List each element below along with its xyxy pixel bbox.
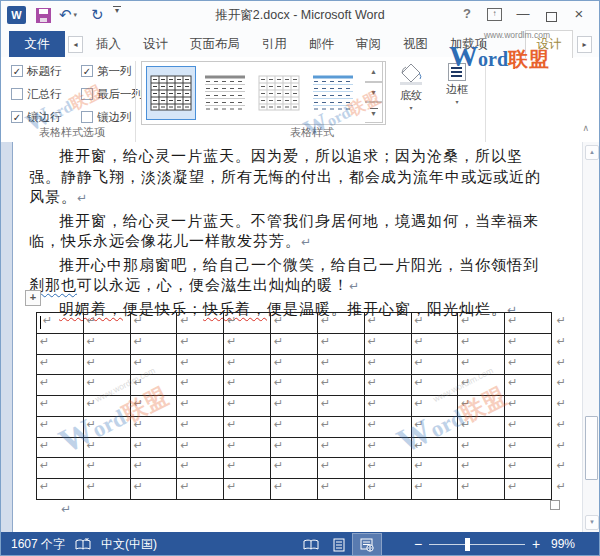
checkbox-first-column[interactable]: ✓ 第一列 xyxy=(81,64,143,78)
table-cell[interactable]: ↵ xyxy=(37,396,84,417)
table-cell[interactable]: ↵ xyxy=(271,355,318,376)
web-layout-button-active[interactable] xyxy=(353,534,381,555)
collapse-ribbon-button[interactable]: ∧ xyxy=(582,123,589,133)
table-cell[interactable]: ↵ xyxy=(505,313,552,334)
tab-scroll-left-button[interactable]: ◂ xyxy=(68,36,83,53)
table-cell[interactable]: ↵ xyxy=(84,355,131,376)
table-cell[interactable]: ↵ xyxy=(84,438,131,459)
table-cell[interactable]: ↵ xyxy=(318,438,365,459)
ribbon-display-options-button[interactable]: ↑ xyxy=(487,8,502,21)
table-cell[interactable]: ↵ xyxy=(131,479,178,500)
table-cell[interactable]: ↵ xyxy=(224,438,271,459)
print-layout-button[interactable] xyxy=(325,534,353,555)
checkbox-banded-columns[interactable]: 镶边列 xyxy=(81,110,143,124)
checkbox-last-column[interactable]: 最后一列 xyxy=(81,87,143,101)
table-cell[interactable]: ↵ xyxy=(224,334,271,355)
tab-mailings[interactable]: 邮件 xyxy=(298,31,345,57)
table-cell[interactable]: ↵ xyxy=(365,417,412,438)
table-cell[interactable]: ↵ xyxy=(365,438,412,459)
restore-button[interactable] xyxy=(541,9,561,27)
table-cell[interactable]: ↵ xyxy=(271,313,318,334)
table-cell[interactable]: ↵ xyxy=(412,355,459,376)
table-cell[interactable]: ↵ xyxy=(131,396,178,417)
table-cell[interactable]: ↵ xyxy=(318,458,365,479)
table-style-thumbnail-selected[interactable] xyxy=(146,66,196,120)
table-cell[interactable]: ↵ xyxy=(131,458,178,479)
table-cell[interactable]: ↵ xyxy=(365,375,412,396)
table-cell[interactable]: ↵ xyxy=(318,396,365,417)
table-cell[interactable]: ↵ xyxy=(224,458,271,479)
table-cell[interactable]: ↵ xyxy=(412,396,459,417)
table-cell[interactable]: ↵ xyxy=(505,458,552,479)
table-cell[interactable]: ↵ xyxy=(37,438,84,459)
shading-button[interactable]: 底纹 ▾ xyxy=(389,59,433,125)
table-cell[interactable]: ↵ xyxy=(131,375,178,396)
table-cell[interactable]: ↵ xyxy=(177,458,224,479)
tab-add-ins[interactable]: 加载项 xyxy=(439,31,499,57)
gallery-scroll-up-button[interactable]: ▲ xyxy=(365,61,383,82)
table-cell[interactable]: ↵ xyxy=(412,334,459,355)
table-cell[interactable]: ↵ xyxy=(224,417,271,438)
table-cell[interactable]: ↵ xyxy=(412,417,459,438)
table-cell[interactable]: ↵ xyxy=(458,375,505,396)
table-cell[interactable]: ↵ xyxy=(318,479,365,500)
table-cell[interactable]: ↵ xyxy=(84,375,131,396)
gallery-scroll-down-button[interactable]: ▼ xyxy=(365,82,383,103)
checkbox-total-row[interactable]: 汇总行 xyxy=(11,87,73,101)
table-cell[interactable]: ↵ xyxy=(84,479,131,500)
table-cell[interactable]: ↵ xyxy=(37,313,84,334)
table-cell[interactable]: ↵ xyxy=(37,479,84,500)
scroll-down-button[interactable]: ▼ xyxy=(585,515,599,530)
table-cell[interactable]: ↵ xyxy=(224,313,271,334)
table-cell[interactable]: ↵ xyxy=(177,375,224,396)
tab-references[interactable]: 引用 xyxy=(251,31,298,57)
table-cell[interactable]: ↵ xyxy=(271,396,318,417)
proofing-status[interactable] xyxy=(75,537,91,552)
table-cell[interactable]: ↵ xyxy=(505,375,552,396)
table-cell[interactable]: ↵ xyxy=(131,334,178,355)
tab-design[interactable]: 设计 xyxy=(132,31,179,57)
table-cell[interactable]: ↵ xyxy=(365,479,412,500)
table-cell[interactable]: ↵ xyxy=(271,438,318,459)
paragraph[interactable]: 推开心中那扇窗吧，给自己一个微笑，给自己一片阳光，当你领悟到刹那也可以永远，心，… xyxy=(29,255,541,297)
borders-button[interactable]: 边框 ▾ xyxy=(435,59,479,125)
table-cell[interactable]: ↵ xyxy=(37,417,84,438)
tab-file[interactable]: 文件 xyxy=(9,31,65,57)
zoom-slider-thumb[interactable] xyxy=(465,538,470,551)
table-resize-handle[interactable] xyxy=(550,500,560,510)
scroll-up-button[interactable]: ▲ xyxy=(585,145,599,160)
table-cell[interactable]: ↵ xyxy=(412,458,459,479)
table-cell[interactable]: ↵ xyxy=(177,438,224,459)
close-button[interactable]: × xyxy=(569,5,589,23)
table-cell[interactable]: ↵ xyxy=(318,355,365,376)
vertical-scrollbar[interactable]: ▲ ▼ xyxy=(582,142,599,532)
table-style-thumbnail[interactable] xyxy=(200,66,250,120)
tab-view[interactable]: 视图 xyxy=(392,31,439,57)
table-cell[interactable]: ↵ xyxy=(505,438,552,459)
table-cell[interactable]: ↵ xyxy=(458,458,505,479)
table-cell[interactable]: ↵ xyxy=(84,334,131,355)
table-cell[interactable]: ↵ xyxy=(458,313,505,334)
table-cell[interactable]: ↵ xyxy=(37,334,84,355)
table-cell[interactable]: ↵ xyxy=(412,479,459,500)
table-cell[interactable]: ↵ xyxy=(271,334,318,355)
tab-page-layout[interactable]: 页面布局 xyxy=(179,31,251,57)
table-cell[interactable]: ↵ xyxy=(177,355,224,376)
read-mode-button[interactable] xyxy=(297,534,325,555)
tab-insert[interactable]: 插入 xyxy=(85,31,132,57)
table-cell[interactable]: ↵ xyxy=(131,355,178,376)
table-cell[interactable]: ↵ xyxy=(84,313,131,334)
scrollbar-thumb[interactable] xyxy=(585,416,598,480)
paragraph[interactable]: 推开窗，给心灵一片蓝天。因为爱，所以追求；因为沧桑，所以坚强。静静飞翔，淡淡凝望… xyxy=(29,146,541,209)
table-cell[interactable]: ↵ xyxy=(318,334,365,355)
table-cell[interactable]: ↵ xyxy=(318,313,365,334)
table-cell[interactable]: ↵ xyxy=(37,458,84,479)
table-cell[interactable]: ↵ xyxy=(37,355,84,376)
table-cell[interactable]: ↵ xyxy=(224,396,271,417)
table-cell[interactable]: ↵ xyxy=(224,355,271,376)
paragraph[interactable]: 推开窗，给心灵一片蓝天。不管我们身居何地，境遇如何，当幸福来临，快乐永远会像花儿… xyxy=(29,211,541,253)
table-cell[interactable]: ↵ xyxy=(224,375,271,396)
table-cell[interactable]: ↵ xyxy=(412,375,459,396)
table-cell[interactable]: ↵ xyxy=(365,458,412,479)
table-cell[interactable]: ↵ xyxy=(458,334,505,355)
